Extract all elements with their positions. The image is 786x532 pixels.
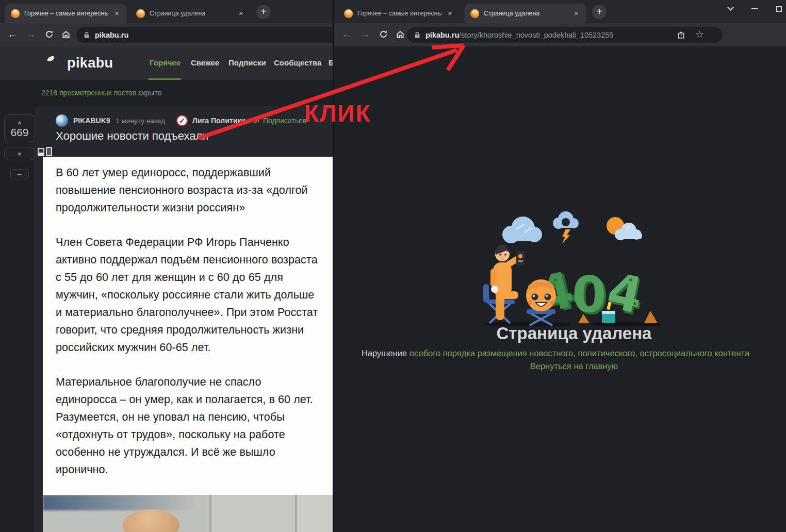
image-paragraph: Член Совета Федерации РФ Игорь Панченко …: [56, 234, 321, 356]
address-bar[interactable]: pikabu.ru/story/khoroshie_novosti_podekh…: [407, 27, 723, 43]
sun-cloud-icon: [607, 217, 642, 240]
window-maximize-button[interactable]: [768, 0, 786, 18]
tab-strip: Горячее – самые интересные и × Страница …: [0, 0, 333, 23]
tab-deleted-page[interactable]: Страница удалена ×: [465, 4, 586, 23]
window-menu-chevron-icon[interactable]: [720, 0, 741, 18]
cloud-icon: [502, 217, 542, 243]
pikabu-favicon-icon: [11, 9, 20, 18]
share-icon[interactable]: [676, 30, 685, 40]
viewed-posts-count[interactable]: 2218 просмотренных постов: [41, 89, 137, 97]
home-button[interactable]: [392, 27, 408, 42]
post-time: 1 минуту назад: [116, 117, 166, 125]
pikabu-logo-text: pikabu: [67, 55, 113, 71]
nav-communities[interactable]: Сообщества: [274, 58, 321, 67]
post-title[interactable]: Хорошие новости подъехали: [56, 129, 209, 143]
tab-title: Горячее – самые интересные и: [24, 10, 108, 17]
tab-title: Страница удалена: [150, 10, 233, 17]
reload-button[interactable]: [41, 27, 57, 42]
community-badge-icon[interactable]: ✓: [176, 115, 188, 126]
community-name[interactable]: Лига Политики: [192, 117, 245, 125]
back-to-main-link[interactable]: Вернуться на главную: [419, 361, 729, 371]
lock-icon: [84, 31, 90, 39]
tab-hot-page[interactable]: Горячее – самые интересные и ×: [338, 4, 460, 23]
close-tab-icon[interactable]: ×: [112, 9, 121, 18]
nav-subscriptions[interactable]: Подписки: [228, 58, 266, 67]
tab-hot-page[interactable]: Горячее – самые интересные и ×: [5, 4, 126, 23]
close-tab-icon[interactable]: ×: [572, 9, 581, 18]
sitting-man: [483, 244, 525, 323]
browser-window-left: Горячее – самые интересные и × Страница …: [0, 0, 333, 532]
pikabu-bean-icon: [43, 54, 62, 72]
tab-title: Горячее – самые интересные и: [357, 10, 441, 17]
tab-strip: Горячее – самые интересные и × Страница …: [334, 0, 786, 23]
svg-text:0: 0: [572, 266, 607, 324]
tab-title: Страница удалена: [484, 10, 568, 17]
new-tab-button[interactable]: +: [256, 5, 271, 19]
browser-toolbar: ← → pikabu.ru/story/khoroshie_novosti_po…: [334, 23, 786, 46]
url-domain: pikabu.ru: [95, 31, 128, 39]
nav-hot[interactable]: Горячее: [150, 58, 181, 67]
close-tab-icon[interactable]: ×: [237, 9, 245, 18]
viewed-posts-note: 2218 просмотренных постов скрыто: [41, 89, 161, 97]
back-button[interactable]: ←: [5, 27, 20, 42]
lock-icon: [414, 31, 420, 39]
nav-blogs-cut[interactable]: Б: [329, 58, 333, 67]
upvote-box[interactable]: ▲ 669: [4, 114, 35, 143]
url-domain: pikabu.ru: [425, 31, 459, 39]
forward-button[interactable]: →: [357, 27, 373, 42]
gallery-indicator-icon: [38, 147, 53, 157]
bookmark-star-icon[interactable]: ☆: [695, 28, 704, 40]
close-tab-icon[interactable]: ×: [446, 9, 454, 18]
photo-blur-region: [43, 495, 222, 510]
post-author[interactable]: PIKABUK9: [73, 117, 110, 125]
post-photo[interactable]: [43, 495, 333, 532]
reload-button[interactable]: [375, 27, 391, 42]
browser-window-right: Горячее – самые интересные и × Страница …: [334, 0, 786, 532]
post-content-image[interactable]: В 60 лет умер единоросс, поддержавший по…: [43, 157, 333, 495]
post-menu-ellipsis-icon[interactable]: ⋯: [299, 114, 309, 126]
hide-post-button[interactable]: –: [10, 169, 29, 179]
error-reason-prefix: Нарушение: [362, 348, 410, 358]
browser-toolbar: ← → pikabu.ru: [0, 23, 333, 46]
photo-person-head: [123, 509, 179, 532]
back-button[interactable]: ←: [339, 27, 354, 42]
post-header: PIKABUK9 1 минуту назад ✓ Лига Политики …: [56, 114, 306, 127]
vote-count: 669: [5, 126, 35, 139]
image-paragraph: В 60 лет умер единоросс, поддержавший по…: [56, 164, 321, 217]
address-bar[interactable]: pikabu.ru: [76, 27, 333, 43]
pikabu-site-header: pikabu Горячее Свежее Подписки Сообществ…: [0, 46, 333, 80]
subscribe-bell-icon: [253, 117, 260, 125]
image-paragraph: Материальное благополучие не спасло един…: [56, 373, 321, 478]
error-reason-link[interactable]: особого порядка размещения новостного, п…: [410, 348, 749, 358]
storm-cloud-icon: [553, 211, 579, 244]
error-reason: Нарушение особого порядка размещения нов…: [362, 348, 786, 358]
pikabu-favicon-icon: [136, 9, 145, 18]
viewed-posts-suffix: скрыто: [138, 89, 161, 97]
new-tab-button[interactable]: +: [592, 5, 607, 19]
upvote-arrow-icon[interactable]: ▲: [5, 118, 35, 126]
user-avatar[interactable]: [56, 114, 68, 127]
url-path: /story/khoroshie_novosti_podekhali_10523…: [459, 31, 613, 39]
forward-button[interactable]: →: [23, 27, 39, 42]
downvote-box[interactable]: ▼: [4, 147, 35, 160]
pikabu-favicon-icon: [344, 9, 353, 18]
active-nav-underline: [148, 78, 181, 80]
error-title: Страница удалена: [419, 324, 729, 343]
subscribe-button[interactable]: Подписаться: [253, 117, 306, 125]
desktop: Горячее – самые интересные и × Страница …: [0, 0, 786, 532]
window-minimize-button[interactable]: [744, 0, 765, 18]
nav-fresh[interactable]: Свежее: [191, 58, 219, 67]
tab-deleted-page[interactable]: Страница удалена ×: [130, 4, 251, 23]
404-illustration: 4 4 0 0 4 4: [480, 203, 667, 326]
downvote-arrow-icon[interactable]: ▼: [5, 150, 35, 158]
pikabu-favicon-icon: [470, 9, 479, 18]
home-button[interactable]: [58, 27, 74, 42]
pikabu-logo[interactable]: pikabu: [43, 54, 113, 72]
